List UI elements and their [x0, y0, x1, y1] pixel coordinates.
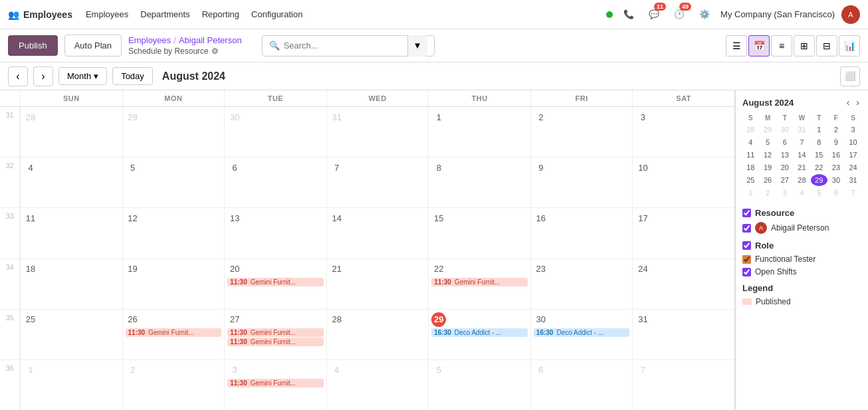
cal-cell-8[interactable]: 8 — [428, 157, 530, 207]
mini-cal-day[interactable]: 24 — [845, 161, 861, 173]
nav-departments[interactable]: Departments — [140, 9, 189, 19]
mini-cal-day[interactable]: 29 — [760, 124, 776, 136]
view-calendar-btn[interactable]: 📅 — [748, 35, 770, 56]
calendar-event[interactable]: 11:30Gemini Furnit... — [227, 278, 324, 286]
cal-cell-21[interactable]: 21 — [326, 259, 429, 309]
resource-abigail-checkbox[interactable] — [742, 224, 751, 233]
view-list-detail-btn[interactable]: ≡ — [771, 35, 792, 56]
nav-configuration[interactable]: Configuration — [251, 9, 302, 19]
cal-cell-29[interactable]: 2916:30Deco Addict - ... — [428, 310, 530, 359]
mini-cal-day[interactable]: 11 — [742, 149, 759, 161]
cal-cell-30[interactable]: 3016:30Deco Addict - ... — [530, 310, 633, 359]
cal-cell-30[interactable]: 30 — [224, 107, 326, 157]
cal-cell-28[interactable]: 28 — [20, 107, 122, 157]
mini-cal-day[interactable]: 20 — [776, 161, 793, 173]
cal-cell-13[interactable]: 13 — [224, 208, 326, 258]
next-month-btn[interactable]: › — [33, 66, 53, 86]
settings-gear-icon[interactable]: ⚙ — [211, 47, 219, 56]
cal-cell-20[interactable]: 2011:30Gemini Furnit... — [224, 259, 326, 309]
breadcrumb-root[interactable]: Employees — [128, 35, 171, 45]
mini-cal-day[interactable]: 2 — [828, 124, 845, 136]
cal-cell-25[interactable]: 25 — [20, 310, 122, 359]
mini-cal-day[interactable]: 13 — [776, 149, 793, 161]
view-chart-btn[interactable]: 📊 — [839, 35, 860, 56]
cal-cell-27[interactable]: 2711:30Gemini Furnit...11:30Gemini Furni… — [224, 310, 326, 359]
cal-cell-29[interactable]: 29 — [122, 107, 225, 157]
cal-cell-15[interactable]: 15 — [428, 208, 530, 258]
mini-cal-day[interactable]: 26 — [760, 174, 776, 186]
mini-cal-day[interactable]: 4 — [742, 136, 759, 148]
mini-cal-day[interactable]: 17 — [845, 149, 861, 161]
mini-cal-day[interactable]: 6 — [776, 136, 793, 148]
view-pivot-btn[interactable]: ⊟ — [816, 35, 837, 56]
calendar-event[interactable]: 11:30Gemini Furnit... — [227, 328, 324, 337]
publish-button[interactable]: Publish — [8, 35, 58, 56]
search-input[interactable] — [284, 41, 403, 51]
month-dropdown-btn[interactable]: Month ▾ — [58, 67, 107, 85]
mini-cal-day[interactable]: 12 — [760, 149, 776, 161]
mini-cal-day[interactable]: 3 — [776, 187, 793, 199]
phone-icon-btn[interactable]: 📞 — [619, 5, 638, 24]
cal-cell-7[interactable]: 7 — [632, 360, 734, 410]
mini-cal-day[interactable]: 8 — [811, 136, 827, 148]
mini-cal-day[interactable]: 30 — [828, 174, 845, 186]
mini-cal-day[interactable]: 23 — [828, 161, 845, 173]
mini-cal-day[interactable]: 19 — [760, 161, 776, 173]
prev-month-btn[interactable]: ‹ — [8, 66, 28, 86]
cal-cell-4[interactable]: 4 — [326, 360, 429, 410]
mini-cal-day[interactable]: 28 — [742, 124, 759, 136]
cal-cell-5[interactable]: 5 — [122, 157, 225, 207]
cal-cell-2[interactable]: 2 — [530, 107, 633, 157]
view-list-btn[interactable]: ☰ — [726, 35, 747, 56]
cal-cell-31[interactable]: 31 — [632, 310, 734, 359]
cal-cell-10[interactable]: 10 — [632, 157, 734, 207]
mini-cal-day[interactable]: 1 — [811, 124, 827, 136]
cal-cell-11[interactable]: 11 — [20, 208, 122, 258]
mini-cal-day[interactable]: 21 — [794, 161, 810, 173]
mini-cal-day[interactable]: 18 — [742, 161, 759, 173]
settings-icon[interactable]: ⚙️ — [695, 5, 714, 24]
mini-cal-day[interactable]: 5 — [811, 187, 827, 199]
activity-icon-btn[interactable]: 🕐 49 — [670, 5, 689, 24]
functional-tester-checkbox[interactable] — [742, 255, 751, 264]
open-shifts-checkbox[interactable] — [742, 268, 751, 276]
mini-cal-day[interactable]: 10 — [845, 136, 861, 148]
chat-icon-btn[interactable]: 💬 11 — [645, 5, 663, 24]
cal-cell-28[interactable]: 28 — [326, 310, 429, 359]
cal-cell-2[interactable]: 2 — [122, 360, 225, 410]
mini-cal-day[interactable]: 5 — [760, 136, 776, 148]
auto-plan-button[interactable]: Auto Plan — [64, 35, 122, 56]
mini-cal-day[interactable]: 22 — [811, 161, 827, 173]
cal-cell-3[interactable]: 311:30Gemini Furnit... — [224, 360, 326, 410]
calendar-event[interactable]: 11:30Gemini Furnit... — [431, 278, 528, 286]
cal-cell-17[interactable]: 17 — [632, 208, 734, 258]
cal-cell-26[interactable]: 2611:30Gemini Furnit... — [122, 310, 225, 359]
search-dropdown-btn[interactable]: ▼ — [407, 35, 427, 56]
cal-cell-23[interactable]: 23 — [530, 259, 633, 309]
cal-cell-12[interactable]: 12 — [122, 208, 225, 258]
view-kanban-btn[interactable]: ⊞ — [794, 35, 815, 56]
mini-cal-day[interactable]: 28 — [794, 174, 810, 186]
mini-cal-day[interactable]: 7 — [845, 187, 861, 199]
role-master-checkbox[interactable] — [742, 241, 751, 250]
cal-cell-14[interactable]: 14 — [326, 208, 429, 258]
calendar-event[interactable]: 16:30Deco Addict - ... — [431, 328, 528, 337]
mini-next-btn[interactable]: › — [854, 97, 861, 108]
cal-cell-9[interactable]: 9 — [530, 157, 633, 207]
cal-cell-22[interactable]: 2211:30Gemini Furnit... — [428, 259, 530, 309]
cal-cell-5[interactable]: 5 — [428, 360, 530, 410]
mini-cal-day[interactable]: 4 — [794, 187, 810, 199]
mini-cal-day[interactable]: 31 — [845, 174, 861, 186]
cal-cell-31[interactable]: 31 — [326, 107, 429, 157]
mini-cal-day[interactable]: 27 — [776, 174, 793, 186]
mini-cal-day[interactable]: 1 — [742, 187, 759, 199]
mini-cal-day[interactable]: 31 — [794, 124, 810, 136]
resource-master-checkbox[interactable] — [742, 209, 751, 217]
mini-prev-btn[interactable]: ‹ — [845, 97, 852, 108]
sidebar-toggle-btn[interactable]: ⬜ — [840, 66, 860, 86]
cal-cell-18[interactable]: 18 — [20, 259, 122, 309]
mini-cal-day[interactable]: 7 — [794, 136, 810, 148]
mini-cal-day[interactable]: 16 — [828, 149, 845, 161]
breadcrumb-current[interactable]: Abigail Peterson — [179, 35, 242, 45]
mini-cal-day[interactable]: 6 — [828, 187, 845, 199]
